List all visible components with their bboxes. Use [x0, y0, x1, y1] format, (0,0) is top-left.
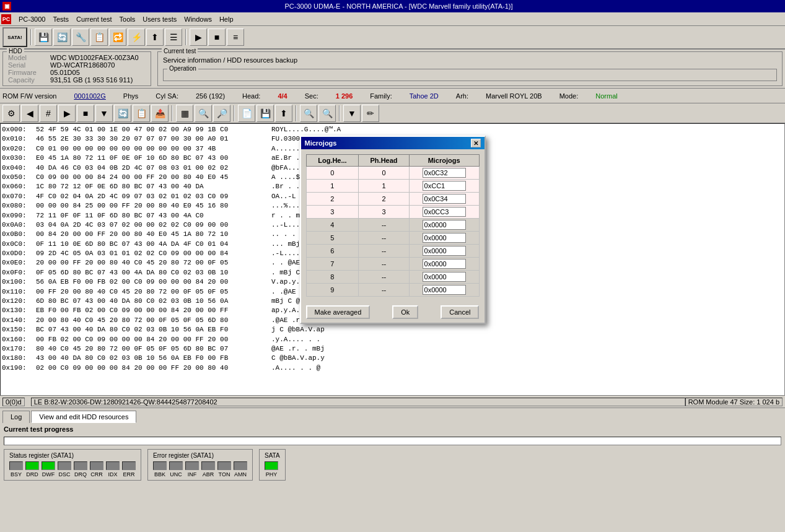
- ph-head-cell: --: [359, 219, 409, 232]
- microjog-cell[interactable]: [409, 271, 479, 284]
- microjog-cell[interactable]: [409, 219, 479, 232]
- tb-btn-list[interactable]: ≡: [227, 28, 244, 46]
- error-reg-item: ABR: [201, 461, 215, 477]
- log-head-cell: 3: [306, 206, 359, 219]
- cancel-button[interactable]: Cancel: [441, 305, 479, 319]
- tb-btn-7[interactable]: ⬆: [146, 28, 164, 46]
- microjog-input[interactable]: [423, 207, 466, 217]
- tb2-search3[interactable]: 🔍: [318, 105, 336, 122]
- microjog-cell[interactable]: [409, 232, 479, 245]
- error-reg-label: UNC: [170, 471, 182, 477]
- tb-btn-4[interactable]: 📋: [90, 28, 108, 46]
- menu-help[interactable]: Help: [216, 14, 237, 24]
- sata-panel: SATA PHY: [259, 449, 286, 481]
- tb2-copy[interactable]: 📋: [133, 105, 150, 122]
- status-register-indicators: BSY DRD DWF DSC DRQ CRR IDX ERR: [9, 461, 136, 477]
- menu-windows[interactable]: Windows: [180, 14, 216, 24]
- register-panels: Status register (SATA1) BSY DRD DWF DSC …: [0, 447, 785, 483]
- menu-users-tests[interactable]: Users tests: [139, 14, 180, 24]
- tb2-dropdown[interactable]: ▼: [95, 105, 113, 122]
- title-bar: ▣ PC-3000 UDMA-E - NORTH AMERICA - [WDC …: [0, 0, 785, 12]
- sata-item: PHY: [265, 461, 278, 477]
- ph-head-cell: 0: [359, 167, 409, 180]
- current-test-label: Current test: [162, 48, 198, 55]
- microjog-cell[interactable]: [409, 284, 479, 297]
- tb-btn-5[interactable]: 🔁: [109, 28, 126, 46]
- tb-btn-6[interactable]: ⚡: [128, 28, 145, 46]
- error-reg-item: UNC: [169, 461, 183, 477]
- mode-value: Normal: [595, 92, 617, 100]
- microjog-cell[interactable]: [409, 206, 479, 219]
- log-head-cell: 0: [306, 167, 359, 180]
- status-reg-label: DWF: [42, 471, 55, 477]
- tb-btn-stop[interactable]: ■: [208, 28, 226, 46]
- tab-view-edit[interactable]: View and edit HDD resources: [31, 411, 136, 423]
- tb2-settings[interactable]: ⚙: [2, 105, 20, 122]
- dialog-table-body: 0 0 1 1 2 2 3 3 4 -- 5 -- 6 -- 7 -- 8 --…: [306, 167, 479, 297]
- tb2-export[interactable]: 📤: [151, 105, 169, 122]
- microjog-input[interactable]: [423, 233, 466, 243]
- microjog-input[interactable]: [423, 259, 466, 269]
- tb-btn-play[interactable]: ▶: [190, 28, 207, 46]
- sata-indicators: PHY: [265, 461, 280, 477]
- tb2-prev[interactable]: ◀: [21, 105, 38, 122]
- tb2-file[interactable]: 📄: [238, 105, 255, 122]
- menu-current-test[interactable]: Current test: [72, 14, 115, 24]
- make-averaged-button[interactable]: Make averaged: [306, 305, 371, 319]
- tb2-search2[interactable]: 🔍: [300, 105, 317, 122]
- tb-btn-1[interactable]: 💾: [35, 28, 52, 46]
- log-head-cell: 6: [306, 245, 359, 258]
- tb2-next[interactable]: ▶: [58, 105, 76, 122]
- microjog-cell[interactable]: [409, 180, 479, 193]
- ph-head-cell: --: [359, 284, 409, 297]
- microjog-input[interactable]: [423, 168, 466, 178]
- hdd-firmware-row: Firmware 05.01D05: [8, 69, 146, 76]
- status-reg-item: BSY: [9, 461, 23, 477]
- error-reg-light: [153, 461, 167, 470]
- status-reg-item: DRQ: [74, 461, 87, 477]
- dialog-close-button[interactable]: ✕: [471, 139, 481, 147]
- microjog-input[interactable]: [423, 246, 466, 256]
- tb2-refresh[interactable]: 🔄: [114, 105, 131, 122]
- status-reg-label: DRQ: [74, 471, 87, 477]
- tb2-save[interactable]: 💾: [257, 105, 274, 122]
- dialog-table-row: 7 --: [306, 258, 479, 271]
- tb2-grid[interactable]: ▦: [176, 105, 193, 122]
- tb-btn-2[interactable]: 🔄: [53, 28, 71, 46]
- tab-log[interactable]: Log: [2, 411, 30, 423]
- menu-pc3000[interactable]: PC-3000: [15, 14, 49, 24]
- sata-button[interactable]: SATA!: [2, 27, 27, 47]
- dialog-buttons: Make averaged Ok Cancel: [301, 302, 485, 323]
- microjog-input[interactable]: [423, 220, 466, 230]
- ok-button[interactable]: Ok: [392, 305, 418, 319]
- microjog-cell[interactable]: [409, 245, 479, 258]
- tb2-zoom[interactable]: 🔎: [213, 105, 230, 122]
- tb-btn-3[interactable]: 🔧: [72, 28, 89, 46]
- microjog-input[interactable]: [423, 181, 466, 191]
- dialog-table-row: 1 1: [306, 180, 479, 193]
- tb2-dropdown2[interactable]: ▼: [343, 105, 361, 122]
- tb2-stop2[interactable]: ■: [77, 105, 94, 122]
- microjog-input[interactable]: [423, 285, 466, 295]
- tb2-edit[interactable]: ✏: [362, 105, 379, 122]
- error-reg-light: [217, 461, 231, 470]
- microjog-cell[interactable]: [409, 258, 479, 271]
- tb2-upload[interactable]: ⬆: [275, 105, 292, 122]
- rom-fw-version[interactable]: 0001002G: [74, 92, 105, 100]
- tb-btn-8[interactable]: ☰: [165, 28, 182, 46]
- error-register-title: Error register (SATA1): [153, 452, 247, 459]
- status-reg-light: [9, 461, 23, 470]
- microjog-cell[interactable]: [409, 193, 479, 206]
- microjog-cell[interactable]: [409, 167, 479, 180]
- microjog-input[interactable]: [423, 272, 466, 282]
- microjog-input[interactable]: [423, 194, 466, 204]
- dialog-table-row: 5 --: [306, 232, 479, 245]
- status-line: 0(0)d LE B:82-W:20306-DW:1280921426-QW:8…: [0, 396, 785, 408]
- tb2-hash[interactable]: #: [40, 105, 57, 122]
- menu-tools[interactable]: Tools: [116, 14, 139, 24]
- status-reg-light: [74, 461, 87, 470]
- hdd-serial-value: WD-WCATR1868070: [50, 61, 115, 69]
- menu-tests[interactable]: Tests: [49, 14, 72, 24]
- tb2-search[interactable]: 🔍: [195, 105, 212, 122]
- menu-logo: PC: [1, 14, 11, 24]
